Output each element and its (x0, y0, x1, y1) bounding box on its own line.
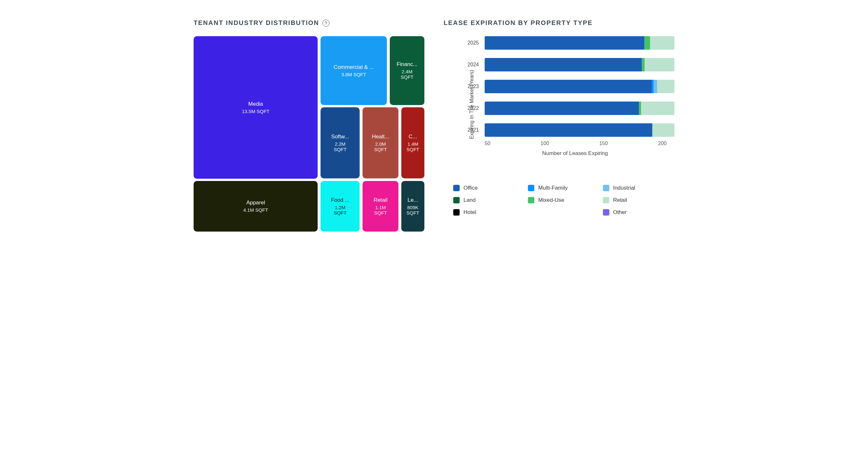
legend-label: Office (464, 185, 477, 191)
treemap-tile[interactable]: Le...809KSQFT (401, 181, 424, 232)
bar-segment[interactable] (485, 36, 644, 49)
tile-value: 2.2MSQFT (334, 141, 346, 152)
treemap-tile[interactable]: Commercial & ...3.8M SQFT (320, 36, 387, 105)
legend-swatch (603, 209, 609, 215)
legend-swatch (603, 185, 609, 191)
treemap-chart[interactable]: Media13.5M SQFTApparel4.1M SQFTCommercia… (194, 36, 424, 232)
tile-name: Food ... (331, 197, 349, 203)
help-icon[interactable]: ? (322, 20, 330, 27)
bar-segment[interactable] (485, 102, 639, 115)
x-tick: 200 (658, 141, 667, 146)
bar-row: 2025 (463, 36, 674, 49)
lease-expiration-title: LEASE EXPIRATION BY PROPERTY TYPE (444, 19, 593, 27)
bar-segment[interactable] (645, 58, 674, 71)
treemap-tile[interactable]: Retail1.1MSQFT (363, 181, 398, 232)
tile-value: 1.4MSQFT (406, 141, 419, 152)
bar-segment[interactable] (485, 80, 652, 93)
tile-name: Softw... (331, 134, 349, 140)
legend-swatch (528, 197, 534, 203)
year-label: 2023 (463, 84, 479, 89)
treemap-tile[interactable]: C...1.4MSQFT (401, 107, 424, 178)
legend-item: Mixed-Use (528, 197, 599, 203)
treemap-tile[interactable]: Financ...2.4MSQFT (390, 36, 424, 105)
x-tick: 50 (485, 141, 490, 146)
legend-item: Land (453, 197, 525, 203)
treemap-tile[interactable]: Media13.5M SQFT (194, 36, 318, 179)
tile-name: Apparel (246, 200, 265, 206)
bar-row: 2024 (463, 58, 674, 71)
bar-segment[interactable] (657, 80, 674, 93)
bar-segment[interactable] (639, 102, 641, 115)
tile-name: C... (409, 134, 417, 140)
legend-swatch (453, 209, 460, 215)
tile-name: Commercial & ... (334, 64, 374, 70)
stacked-bar[interactable] (485, 58, 674, 71)
legend-item: Other (603, 209, 674, 215)
stacked-bar[interactable] (485, 80, 674, 93)
bar-segment[interactable] (650, 36, 674, 49)
legend-label: Hotel (464, 209, 476, 215)
bar-segment[interactable] (644, 36, 650, 49)
legend-swatch (453, 185, 460, 191)
tile-name: Financ... (397, 61, 417, 68)
year-label: 2024 (463, 62, 479, 68)
stacked-bar[interactable] (485, 102, 674, 115)
x-tick: 150 (599, 141, 608, 146)
tenant-industry-title: TENANT INDUSTRY DISTRIBUTION (194, 19, 319, 27)
year-label: 2022 (463, 105, 479, 111)
tile-name: Retail (373, 197, 387, 203)
tile-value: 13.5M SQFT (242, 108, 270, 114)
legend-item (528, 209, 599, 215)
legend-swatch (603, 197, 609, 203)
legend-label: Mixed-Use (538, 197, 564, 203)
bar-segment[interactable] (654, 80, 657, 93)
stacked-bar[interactable] (485, 123, 674, 137)
bar-segment[interactable] (652, 80, 654, 93)
tile-name: Le... (407, 197, 418, 203)
bar-chart[interactable]: Expiring In The Market (Years) 202520242… (444, 36, 674, 173)
tile-value: 4.1M SQFT (243, 207, 268, 213)
legend-swatch (528, 185, 534, 191)
bar-segment[interactable] (642, 58, 645, 71)
treemap-tile[interactable]: Softw...2.2MSQFT (320, 107, 360, 178)
legend-item: Hotel (453, 209, 525, 215)
tile-value: 1.2MSQFT (334, 205, 346, 215)
tenant-industry-panel: TENANT INDUSTRY DISTRIBUTION ? Media13.5… (194, 19, 424, 232)
legend-swatch (453, 197, 460, 203)
stacked-bar[interactable] (485, 36, 674, 49)
tile-value: 2.0MSQFT (374, 141, 387, 152)
year-label: 2021 (463, 127, 479, 133)
legend-item: Retail (603, 197, 674, 203)
tile-value: 3.8M SQFT (341, 72, 366, 77)
legend-item: Industrial (603, 185, 674, 191)
tile-name: Media (248, 101, 263, 107)
bar-row: 2021 (463, 123, 674, 137)
bar-row: 2022 (463, 102, 674, 115)
bar-segment[interactable] (652, 123, 674, 137)
legend-item: Multi-Family (528, 185, 599, 191)
year-label: 2025 (463, 40, 479, 46)
legend-label: Multi-Family (538, 185, 568, 191)
bar-row: 2023 (463, 80, 674, 93)
tile-name: Healt... (372, 134, 389, 140)
tile-value: 809KSQFT (406, 205, 419, 215)
tile-value: 2.4MSQFT (401, 69, 413, 80)
bar-segment[interactable] (485, 58, 642, 71)
x-axis-label: Number of Leases Expiring (476, 150, 674, 157)
bar-segment[interactable] (641, 102, 674, 115)
treemap-tile[interactable]: Apparel4.1M SQFT (194, 181, 318, 232)
legend-label: Other (613, 209, 627, 215)
legend-item: Office (453, 185, 525, 191)
lease-expiration-panel: LEASE EXPIRATION BY PROPERTY TYPE Expiri… (444, 19, 674, 232)
legend-label: Land (464, 197, 476, 203)
legend-label: Industrial (613, 185, 635, 191)
legend-label: Retail (613, 197, 627, 203)
x-tick: 100 (540, 141, 549, 146)
tile-value: 1.1MSQFT (374, 205, 387, 215)
treemap-tile[interactable]: Healt...2.0MSQFT (363, 107, 398, 178)
treemap-tile[interactable]: Food ...1.2MSQFT (320, 181, 360, 232)
legend: OfficeMulti-FamilyIndustrialLandMixed-Us… (453, 185, 674, 215)
bar-segment[interactable] (485, 123, 652, 137)
